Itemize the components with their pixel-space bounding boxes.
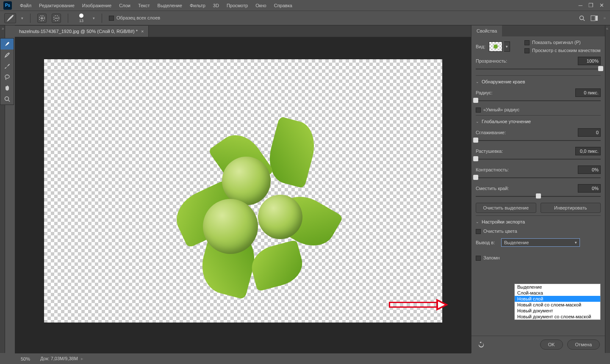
tool-brush[interactable] xyxy=(0,61,14,72)
image-content xyxy=(167,119,332,279)
tool-lasso[interactable] xyxy=(0,72,14,83)
dock-grip-icon[interactable]: « xyxy=(606,26,608,31)
sample-all-layers-checkbox[interactable]: Образец всех слоев xyxy=(109,15,160,21)
view-label: Вид: xyxy=(476,44,485,49)
tool-refine-brush[interactable] xyxy=(0,50,14,61)
document-tab-title: hazelnuts-1574367_1920.jpg @ 50% (Слой 0… xyxy=(19,29,138,34)
contrast-slider[interactable] xyxy=(476,175,601,181)
tool-zoom[interactable] xyxy=(0,94,14,105)
dock-grip-icon[interactable]: » xyxy=(2,26,4,31)
output-to-value: Выделение xyxy=(504,240,529,245)
section-global-refine[interactable]: ⌄Глобальное уточнение xyxy=(476,119,601,124)
menu-bar: Ps Файл Редактирование Изображение Слои … xyxy=(0,0,610,11)
opacity-slider[interactable] xyxy=(476,66,601,72)
toolbar xyxy=(0,38,14,105)
feather-slider[interactable] xyxy=(476,156,601,162)
opacity-value[interactable]: 100% xyxy=(578,57,601,65)
tab-properties[interactable]: Свойства xyxy=(471,25,502,36)
brush-icon xyxy=(5,13,16,24)
svg-point-9 xyxy=(5,97,8,101)
menu-select[interactable]: Выделение xyxy=(154,3,186,8)
chevron-down-icon: ⌄ xyxy=(476,119,479,124)
section-edge-title: Обнаружение краев xyxy=(482,79,525,84)
invert-button[interactable]: Инвертировать xyxy=(541,203,601,213)
reset-icon[interactable] xyxy=(477,340,486,349)
menu-view[interactable]: Просмотр xyxy=(223,3,252,8)
workspace-icon[interactable] xyxy=(591,15,598,22)
section-edge-detection[interactable]: ⌄Обнаружение краев xyxy=(476,79,601,84)
view-dropdown-caret[interactable]: ▾ xyxy=(504,41,510,52)
menu-3d[interactable]: 3D xyxy=(209,3,223,8)
radius-value[interactable]: 0 пикс. xyxy=(575,88,601,97)
doc-info-label: Док: xyxy=(40,356,50,361)
add-to-selection-icon[interactable] xyxy=(37,14,47,23)
ok-button[interactable]: OK xyxy=(540,339,563,350)
feather-value[interactable]: 0,0 пикс. xyxy=(575,147,601,155)
chevron-right-icon[interactable]: ▸ xyxy=(80,356,83,361)
menu-file[interactable]: Файл xyxy=(16,3,35,8)
menu-help[interactable]: Справка xyxy=(270,3,296,8)
search-icon[interactable] xyxy=(579,15,585,22)
output-option[interactable]: Выделение xyxy=(515,284,600,290)
contrast-value[interactable]: 0% xyxy=(578,165,601,174)
show-original-checkbox[interactable]: Показать оригинал (P) xyxy=(524,40,581,45)
document-area: hazelnuts-1574367_1920.jpg @ 50% (Слой 0… xyxy=(15,25,471,353)
window-close-icon[interactable]: ✕ xyxy=(599,2,604,8)
zoom-level[interactable]: 50% xyxy=(21,356,30,361)
panel-footer: OK Отмена xyxy=(471,336,605,353)
output-option[interactable]: Новый слой со слоем-маской xyxy=(515,302,600,308)
output-to-dropdown[interactable]: ВыделениеСлой-маскаНовый слойНовый слой … xyxy=(514,284,601,320)
brush-preview[interactable]: 13 xyxy=(75,14,88,23)
expand-grip-icon[interactable]: » xyxy=(603,16,606,20)
decontaminate-label: Очистить цвета xyxy=(483,229,517,234)
canvas-viewport[interactable] xyxy=(15,37,471,353)
window-restore-icon[interactable]: ❐ xyxy=(588,2,593,8)
shift-edge-value[interactable]: 0% xyxy=(578,184,601,193)
smooth-value[interactable]: 0 xyxy=(578,128,601,137)
subtract-from-selection-icon[interactable] xyxy=(52,14,61,23)
output-option[interactable]: Новый документ xyxy=(515,308,600,314)
status-bar: 50% Док: 7,03M/9,38M ▸ xyxy=(15,353,471,364)
high-quality-checkbox[interactable]: Просмотр с высоким качеством xyxy=(524,48,601,53)
menu-window[interactable]: Окно xyxy=(252,3,270,8)
cancel-button[interactable]: Отмена xyxy=(567,339,600,350)
remember-label: Запомн xyxy=(483,255,499,260)
menu-filter[interactable]: Фильтр xyxy=(186,3,209,8)
menu-text[interactable]: Текст xyxy=(134,3,154,8)
clear-selection-button[interactable]: Очистить выделение xyxy=(476,203,536,213)
output-option[interactable]: Новый документ со слоем-маской xyxy=(515,314,600,320)
smart-radius-checkbox[interactable]: «Умный» радиус xyxy=(476,107,519,112)
view-thumbnail[interactable] xyxy=(489,41,502,52)
tool-quick-selection[interactable] xyxy=(0,39,14,50)
brush-size-value: 13 xyxy=(79,19,83,23)
feather-label: Растушевка: xyxy=(476,149,503,154)
output-option[interactable]: Слой-маска xyxy=(515,290,600,296)
menu-image[interactable]: Изображение xyxy=(78,3,115,8)
shift-edge-slider[interactable] xyxy=(476,193,601,199)
menu-edit[interactable]: Редактирование xyxy=(35,3,78,8)
section-export-settings[interactable]: ⌄Настройки экспорта xyxy=(476,219,601,224)
opacity-label: Прозрачность: xyxy=(476,58,507,63)
document-tab[interactable]: hazelnuts-1574367_1920.jpg @ 50% (Слой 0… xyxy=(15,26,149,37)
close-icon[interactable]: × xyxy=(141,29,144,34)
contrast-label: Контрастность: xyxy=(476,167,509,172)
radius-slider[interactable] xyxy=(476,98,601,104)
smooth-slider[interactable] xyxy=(476,138,601,143)
menu-layers[interactable]: Слои xyxy=(115,3,134,8)
remember-settings-checkbox[interactable]: Запомн xyxy=(476,255,499,261)
canvas xyxy=(44,59,442,323)
tool-preset-picker[interactable] xyxy=(4,13,16,23)
window-minimize-icon[interactable]: ─ xyxy=(579,2,582,8)
section-global-title: Глобальное уточнение xyxy=(482,119,531,124)
brush-dot-icon xyxy=(79,14,83,18)
output-to-select[interactable]: Выделение ▾ xyxy=(501,238,580,247)
document-tabs: hazelnuts-1574367_1920.jpg @ 50% (Слой 0… xyxy=(15,25,471,37)
svg-line-10 xyxy=(8,100,10,102)
decontaminate-checkbox[interactable]: Очистить цвета xyxy=(476,229,517,234)
svg-line-6 xyxy=(583,19,585,21)
output-option[interactable]: Новый слой xyxy=(515,296,600,302)
options-bar: ▾ 13 ▾ Образец всех слоев » xyxy=(0,11,610,25)
svg-rect-7 xyxy=(591,16,595,21)
tool-hand[interactable] xyxy=(0,83,14,94)
radius-label: Радиус: xyxy=(476,90,493,95)
